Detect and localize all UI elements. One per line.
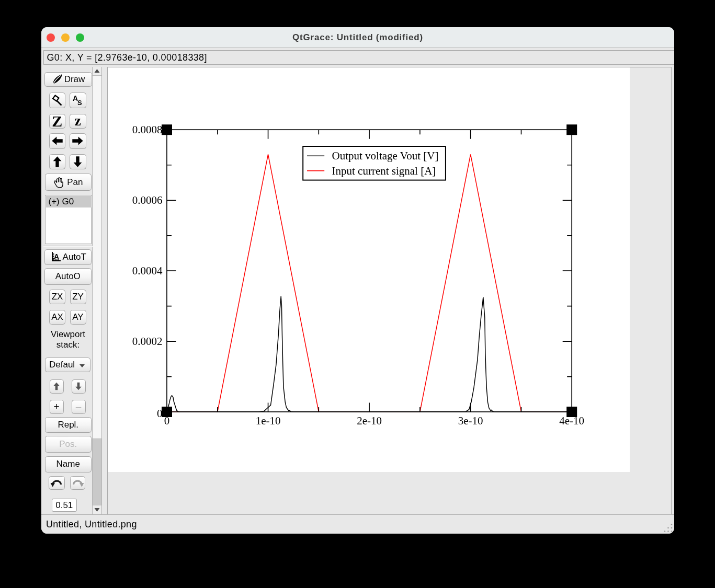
svg-text:Output voltage Vout [V]: Output voltage Vout [V] <box>332 149 438 162</box>
svg-text:1e-10: 1e-10 <box>255 414 280 427</box>
svg-text:0.0002: 0.0002 <box>132 335 162 347</box>
svg-text:Input current signal [A]: Input current signal [A] <box>332 164 436 177</box>
svg-text:S: S <box>77 99 82 107</box>
svg-text:0.0006: 0.0006 <box>132 193 162 206</box>
svg-text:3e-10: 3e-10 <box>458 414 483 427</box>
svg-text:0.0004: 0.0004 <box>132 264 162 276</box>
svg-text:0: 0 <box>157 407 163 419</box>
svg-text:0.0008: 0.0008 <box>132 123 162 135</box>
svg-text:A: A <box>54 252 59 261</box>
svg-text:2e-10: 2e-10 <box>357 414 382 427</box>
